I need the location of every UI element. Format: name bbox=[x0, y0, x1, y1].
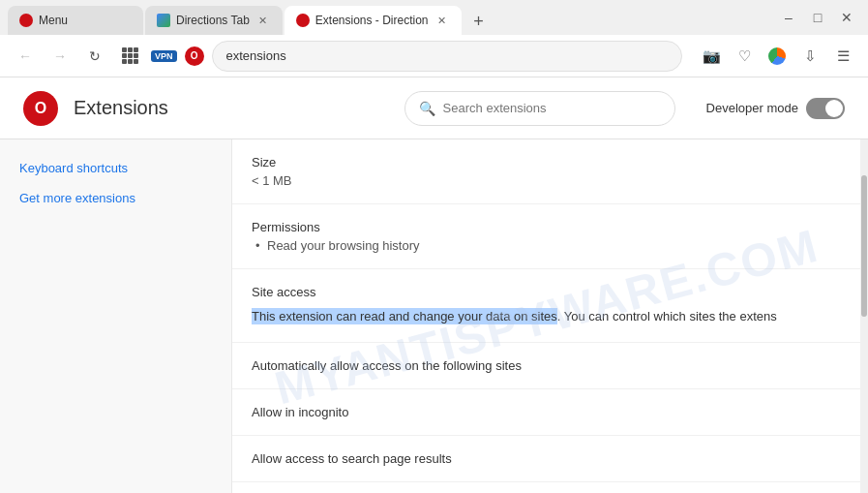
allow-incognito-label: Allow in incognito bbox=[252, 405, 348, 419]
download-icon[interactable]: ⇩ bbox=[796, 43, 823, 70]
nav-icons: 📷 ♡ ⇩ ☰ bbox=[698, 43, 856, 70]
heart-icon[interactable]: ♡ bbox=[731, 43, 758, 70]
new-tab-button[interactable]: + bbox=[465, 8, 493, 35]
tab-favicon-extensions bbox=[296, 14, 310, 27]
content-area[interactable]: MYANTISPYWARE.COM Size < 1 MB Permission… bbox=[232, 139, 860, 493]
open-website-section: Open extension website bbox=[232, 482, 860, 494]
developer-mode-label: Developer mode bbox=[706, 101, 798, 115]
permissions-label: Permissions bbox=[252, 220, 841, 234]
scrollbar[interactable] bbox=[860, 139, 868, 493]
address-text: extensions bbox=[226, 48, 286, 63]
maximize-button[interactable]: □ bbox=[804, 4, 831, 31]
extensions-header: O Extensions 🔍 Developer mode bbox=[0, 77, 868, 139]
menu-icon[interactable]: ☰ bbox=[829, 43, 856, 70]
extensions-title: Extensions bbox=[74, 97, 168, 119]
opera-logo-nav: O bbox=[185, 46, 204, 66]
permissions-section: Permissions Read your browsing history bbox=[232, 204, 860, 269]
tab-close-extensions[interactable]: ✕ bbox=[434, 13, 450, 28]
sidebar-item-keyboard-shortcuts[interactable]: Keyboard shortcuts bbox=[19, 155, 212, 181]
tab-close-directions[interactable]: ✕ bbox=[255, 13, 271, 28]
site-access-title: Site access bbox=[252, 285, 841, 299]
forward-button[interactable]: → bbox=[46, 43, 74, 70]
grid-button[interactable] bbox=[116, 43, 143, 70]
tab-favicon-directions bbox=[157, 14, 170, 27]
search-input[interactable] bbox=[443, 101, 661, 115]
tab-label-extensions: Extensions - Direction bbox=[315, 14, 429, 27]
main-area: O Extensions 🔍 Developer mode Keyboard s… bbox=[0, 77, 868, 493]
search-bar[interactable]: 🔍 bbox=[404, 91, 675, 126]
vpn-badge[interactable]: VPN bbox=[151, 50, 177, 62]
developer-mode-toggle[interactable] bbox=[806, 98, 845, 119]
tab-menu[interactable]: Menu bbox=[8, 6, 143, 35]
refresh-button[interactable]: ↻ bbox=[81, 43, 108, 70]
browser-frame: Menu Directions Tab ✕ Extensions - Direc… bbox=[0, 0, 868, 493]
grid-icon bbox=[122, 47, 138, 64]
tab-favicon-menu bbox=[19, 14, 33, 27]
speed-dial-icon bbox=[768, 47, 786, 65]
sidebar-item-get-more[interactable]: Get more extensions bbox=[19, 185, 212, 211]
auto-allow-label: Automatically allow access on the follow… bbox=[252, 358, 522, 373]
site-access-description: This extension can read and change your … bbox=[252, 307, 841, 326]
tab-label-menu: Menu bbox=[39, 14, 132, 27]
window-controls: – □ ✕ bbox=[775, 4, 860, 31]
address-bar[interactable]: extensions bbox=[212, 41, 682, 72]
minimize-button[interactable]: – bbox=[775, 4, 802, 31]
site-access-rest: . You can control which sites the extens bbox=[557, 309, 777, 324]
camera-icon[interactable]: 📷 bbox=[698, 43, 725, 70]
allow-search-label: Allow access to search page results bbox=[252, 451, 452, 466]
permission-item-0: Read your browsing history bbox=[252, 238, 841, 253]
page-content: O Extensions 🔍 Developer mode Keyboard s… bbox=[0, 77, 868, 493]
size-value: < 1 MB bbox=[252, 173, 841, 188]
sidebar: Keyboard shortcuts Get more extensions bbox=[0, 139, 232, 493]
tab-extensions[interactable]: Extensions - Direction ✕ bbox=[284, 6, 462, 35]
tab-bar: Menu Directions Tab ✕ Extensions - Direc… bbox=[8, 0, 771, 35]
search-icon: 🔍 bbox=[419, 101, 435, 116]
back-button[interactable]: ← bbox=[12, 43, 39, 70]
allow-incognito-option[interactable]: Allow in incognito bbox=[232, 389, 860, 436]
nav-bar: ← → ↻ VPN O extensions 📷 ♡ ⇩ ☰ bbox=[0, 35, 868, 77]
title-bar: Menu Directions Tab ✕ Extensions - Direc… bbox=[0, 0, 868, 35]
size-label: Size bbox=[252, 155, 841, 169]
developer-mode-section: Developer mode bbox=[706, 98, 845, 119]
extensions-logo: O bbox=[23, 91, 58, 126]
toggle-knob bbox=[825, 100, 843, 117]
size-section: Size < 1 MB bbox=[232, 139, 860, 204]
allow-search-option[interactable]: Allow access to search page results bbox=[232, 436, 860, 482]
auto-allow-option[interactable]: Automatically allow access on the follow… bbox=[232, 343, 860, 389]
close-button[interactable]: ✕ bbox=[833, 4, 860, 31]
scroll-thumb bbox=[861, 175, 867, 317]
tab-label-directions: Directions Tab bbox=[176, 14, 250, 27]
tab-directions[interactable]: Directions Tab ✕ bbox=[145, 6, 283, 35]
site-access-highlighted: This extension can read and change your … bbox=[252, 308, 557, 324]
site-access-section: Site access This extension can read and … bbox=[232, 269, 860, 343]
theme-icon[interactable] bbox=[763, 43, 791, 70]
